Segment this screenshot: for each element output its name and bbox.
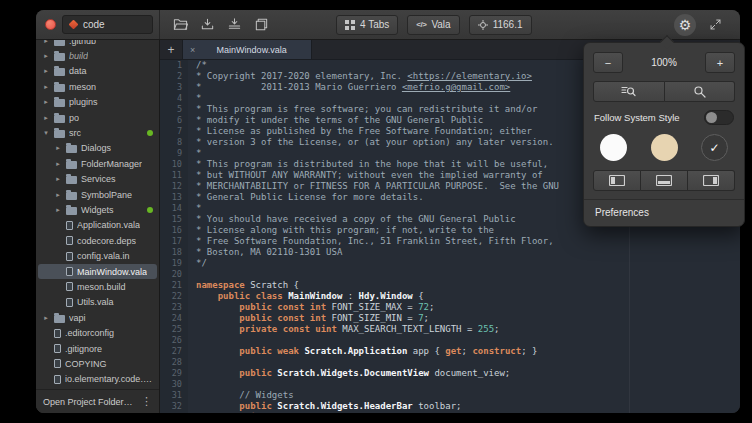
code-text[interactable]: * General Public License for more detail… — [188, 192, 424, 203]
show-terminal-button[interactable] — [641, 170, 688, 191]
expander-icon[interactable]: ▸ — [42, 314, 50, 322]
code-text[interactable]: public class MainWindow : Hdy.Window { — [188, 291, 424, 302]
scheme-sepia-button[interactable] — [651, 134, 678, 161]
code-text[interactable]: * License as published by the Free Softw… — [188, 126, 532, 137]
file-item-codecore.deps[interactable]: codecore.deps — [38, 233, 157, 248]
folder-item-FolderManager[interactable]: ▸FolderManager — [38, 156, 157, 171]
code-text[interactable] — [188, 335, 196, 346]
preferences-menu-item[interactable]: Preferences — [593, 201, 735, 223]
code-text[interactable]: * version 3 of the License, or (at your … — [188, 137, 554, 148]
expander-open-icon[interactable]: ▾ — [42, 129, 50, 137]
zoom-in-button[interactable]: + — [705, 52, 735, 73]
zoom-out-button[interactable]: − — [593, 52, 623, 73]
expander-icon[interactable]: ▸ — [54, 160, 62, 168]
file-item-io.elementary.code.yml[interactable]: io.elementary.code.yml — [38, 372, 157, 387]
file-item-MainWindow.vala[interactable]: MainWindow.vala — [38, 264, 157, 279]
code-text[interactable]: public Scratch.Widgets.DocumentView docu… — [188, 368, 510, 379]
new-tab-button[interactable]: + — [160, 40, 182, 59]
tab-close-icon[interactable]: × — [190, 45, 195, 55]
templates-button[interactable] — [249, 14, 273, 36]
code-line: 25 private const uint MAX_SEARCH_TEXT_LE… — [160, 324, 740, 335]
expander-icon[interactable]: ▸ — [42, 40, 50, 45]
code-text[interactable]: * — [188, 93, 201, 104]
project-chooser-button[interactable]: code — [62, 15, 153, 34]
file-item-config.vala.in[interactable]: config.vala.in — [38, 248, 157, 263]
tab-title: MainWindow.vala — [199, 45, 304, 55]
code-text[interactable]: * Copyright 2017-2020 elementary, Inc. <… — [188, 71, 532, 82]
show-symbol-outline-button[interactable] — [688, 170, 735, 191]
code-text[interactable]: private Gtk.Revealer search_revealer; — [188, 412, 440, 413]
follow-system-style-toggle[interactable] — [704, 110, 734, 125]
code-text[interactable]: * This program is distributed in the hop… — [188, 159, 548, 170]
code-text[interactable]: * This program is free software; you can… — [188, 104, 537, 115]
folder-item-po[interactable]: ▸po — [38, 110, 157, 125]
code-text[interactable]: * 2011-2013 Mario Guerriero <mefrio.g@gm… — [188, 82, 510, 93]
folder-item-Widgets[interactable]: ▸Widgets — [38, 202, 157, 217]
file-item-meson.build[interactable]: meson.build — [38, 279, 157, 294]
folder-item-build[interactable]: ▸build — [38, 48, 157, 63]
code-text[interactable]: public const int FONT_SIZE_MIN = 7; — [188, 313, 429, 324]
folder-item-meson[interactable]: ▸meson — [38, 79, 157, 94]
expander-icon[interactable]: ▸ — [42, 98, 50, 106]
expander-icon[interactable]: ▸ — [54, 144, 62, 152]
code-text[interactable]: */ — [188, 258, 207, 269]
code-text[interactable]: * Free Software Foundation, Inc., 51 Fra… — [188, 236, 554, 247]
code-text[interactable]: * but WITHOUT ANY WARRANTY; without even… — [188, 170, 543, 181]
code-text[interactable] — [188, 379, 196, 390]
folder-item-data[interactable]: ▸data — [38, 64, 157, 79]
scheme-dark-button[interactable]: ✓ — [701, 134, 728, 161]
save-button[interactable] — [195, 14, 219, 36]
folder-item-vapi[interactable]: ▸vapi — [38, 310, 157, 325]
window-close-button[interactable] — [45, 19, 56, 30]
tabs-overview-button[interactable]: 4 Tabs — [336, 15, 398, 35]
expander-icon[interactable]: ▸ — [54, 191, 62, 199]
show-sidebar-button[interactable] — [593, 170, 641, 191]
find-in-file-button[interactable] — [593, 81, 665, 102]
code-text[interactable]: * MERCHANTABILITY or FITNESS FOR A PARTI… — [188, 181, 559, 192]
expander-icon[interactable]: ▸ — [54, 175, 62, 183]
code-text[interactable]: * — [188, 148, 201, 159]
language-selector-button[interactable]: </> Vala — [407, 15, 459, 35]
folder-item-src[interactable]: ▾src — [38, 125, 157, 140]
code-text[interactable]: * modify it under the terms of the GNU G… — [188, 115, 483, 126]
code-text[interactable]: public const int FONT_SIZE_MAX = 72; — [188, 302, 434, 313]
tab-mainwindow-vala[interactable]: × MainWindow.vala — [182, 40, 312, 59]
expander-icon[interactable]: ▸ — [42, 67, 50, 75]
code-text[interactable]: public weak Scratch.Application app { ge… — [188, 346, 537, 357]
code-text[interactable] — [188, 357, 196, 368]
code-text[interactable]: * License along with this program; if no… — [188, 225, 494, 236]
code-text[interactable]: namespace Scratch { — [188, 280, 299, 291]
code-text[interactable]: /* — [188, 60, 207, 71]
code-text[interactable]: * You should have received a copy of the… — [188, 214, 516, 225]
folder-item-Services[interactable]: ▸Services — [38, 172, 157, 187]
file-item-COPYING[interactable]: COPYING — [38, 356, 157, 371]
open-folder-button[interactable] — [168, 14, 192, 36]
scheme-light-button[interactable] — [600, 134, 627, 161]
code-text[interactable] — [188, 269, 196, 280]
folder-item-.github[interactable]: ▸.github — [38, 40, 157, 48]
code-text[interactable]: * — [188, 203, 201, 214]
code-text[interactable]: public Scratch.Widgets.HeaderBar toolbar… — [188, 401, 462, 412]
file-item-.gitignore[interactable]: .gitignore — [38, 341, 157, 356]
overflow-menu-icon[interactable]: ⋮ — [141, 395, 152, 408]
code-text[interactable]: private const uint MAX_SEARCH_TEXT_LENGT… — [188, 324, 499, 335]
code-text[interactable]: * Boston, MA 02110-1301 USA — [188, 247, 342, 258]
fullscreen-button[interactable] — [704, 14, 726, 36]
save-as-button[interactable] — [222, 14, 246, 36]
file-item-Utils.vala[interactable]: Utils.vala — [38, 295, 157, 310]
expander-icon[interactable]: ▸ — [54, 206, 62, 214]
file-item-.editorconfig[interactable]: .editorconfig — [38, 325, 157, 340]
open-project-folder-button[interactable]: Open Project Folder… — [43, 397, 133, 407]
expander-icon[interactable]: ▸ — [42, 114, 50, 122]
expander-icon[interactable]: ▸ — [42, 83, 50, 91]
folder-item-SymbolPane[interactable]: ▸SymbolPane — [38, 187, 157, 202]
file-item-Application.vala[interactable]: Application.vala — [38, 218, 157, 233]
expander-icon[interactable]: ▸ — [42, 52, 50, 60]
folder-item-plugins[interactable]: ▸plugins — [38, 95, 157, 110]
global-search-button[interactable] — [665, 81, 736, 102]
folder-item-Dialogs[interactable]: ▸Dialogs — [38, 141, 157, 156]
settings-button[interactable]: ⚙ — [674, 14, 696, 36]
panel-right-icon — [703, 175, 719, 186]
goto-line-button[interactable]: 1166.1 — [469, 15, 532, 35]
code-text[interactable]: // Widgets — [188, 390, 294, 401]
